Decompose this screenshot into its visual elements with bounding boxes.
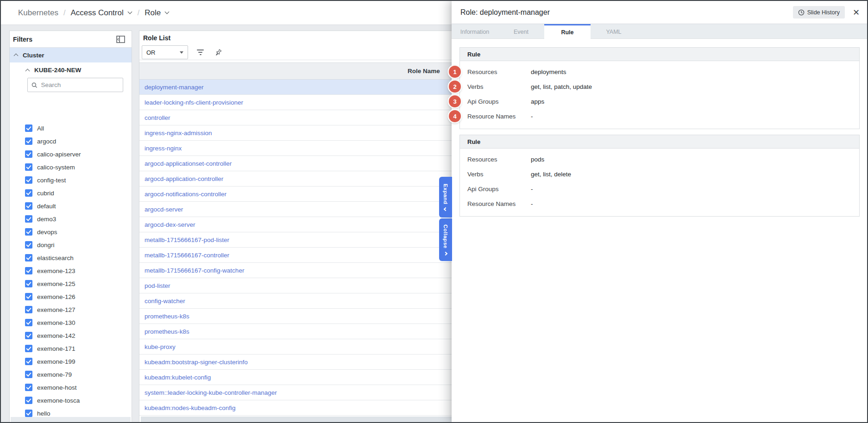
namespace-list-item[interactable]: exemone-126 <box>10 290 132 303</box>
drawer-title: Role: deployment-manager <box>460 8 793 17</box>
filter-operator-select[interactable]: OR <box>142 45 188 59</box>
rule-field-label: Resources <box>467 156 531 163</box>
breadcrumb: Kubernetes / Access Control / Role <box>18 8 170 18</box>
breadcrumb-page-dropdown[interactable]: Role <box>145 8 170 18</box>
namespace-list-item[interactable]: exemone-host <box>10 381 132 394</box>
checkbox-checked-icon[interactable] <box>25 332 32 339</box>
namespace-list-item[interactable]: exemone-130 <box>10 316 132 329</box>
namespace-label: exemone-79 <box>37 371 72 378</box>
checkbox-checked-icon[interactable] <box>25 189 32 197</box>
role-name-link[interactable]: metallb-1715666167-pod-lister <box>145 236 229 243</box>
drawer-tab[interactable]: Information <box>452 24 498 38</box>
chevron-left-icon <box>444 207 447 211</box>
namespace-list-item[interactable]: exemone-127 <box>10 303 132 316</box>
namespace-list-item[interactable]: exemone-tosca <box>10 394 132 407</box>
checkbox-checked-icon[interactable] <box>25 397 32 404</box>
role-name-link[interactable]: ingress-nginx <box>145 145 182 152</box>
role-name-link[interactable]: argocd-dex-server <box>145 221 195 228</box>
role-name-link[interactable]: deployment-manager <box>145 84 204 91</box>
namespace-list-item[interactable]: calico-system <box>10 161 132 174</box>
role-name-link[interactable]: controller <box>145 114 170 121</box>
namespace-list-item[interactable]: exemone-142 <box>10 329 132 342</box>
drawer-tab[interactable]: Rule <box>544 24 591 39</box>
namespace-label: exemone-127 <box>37 306 75 313</box>
sidebar-horizontal-scrollbar[interactable] <box>11 417 131 422</box>
checkbox-checked-icon[interactable] <box>25 124 32 132</box>
role-name-link[interactable]: prometheus-k8s <box>145 328 189 335</box>
slide-history-button[interactable]: Slide History <box>793 6 845 19</box>
role-name-link[interactable]: argocd-applicationset-controller <box>145 160 232 167</box>
role-name-link[interactable]: config-watcher <box>145 298 185 305</box>
collapse-panel-icon[interactable] <box>116 36 125 43</box>
checkbox-checked-icon[interactable] <box>25 137 32 145</box>
drawer-tab[interactable]: YAML <box>591 24 637 38</box>
role-name-link[interactable]: kubeadm:kubelet-config <box>145 374 211 381</box>
role-name-link[interactable]: prometheus-k8s <box>145 313 189 320</box>
role-name-link[interactable]: system::leader-locking-kube-controller-m… <box>145 389 277 396</box>
annotation-number-badge: 1 <box>449 66 461 78</box>
checkbox-checked-icon[interactable] <box>25 410 32 417</box>
role-name-link[interactable]: pod-lister <box>145 282 170 289</box>
namespace-list-item[interactable]: exemone-199 <box>10 355 132 368</box>
role-name-link[interactable]: kubeadm:nodes-kubeadm-config <box>145 404 236 411</box>
namespace-list-item[interactable]: exemone-123 <box>10 264 132 277</box>
slide-history-label: Slide History <box>807 9 840 16</box>
role-name-link[interactable]: ingress-nginx-admission <box>145 130 212 137</box>
checkbox-checked-icon[interactable] <box>25 371 32 378</box>
checkbox-checked-icon[interactable] <box>25 228 32 236</box>
namespace-list-item[interactable]: elasticsearch <box>10 251 132 264</box>
collapse-panel-button[interactable]: Collapse <box>439 218 452 261</box>
clock-icon <box>798 9 805 16</box>
namespace-list-item[interactable]: calico-apiserver <box>10 148 132 161</box>
checkbox-checked-icon[interactable] <box>25 267 32 274</box>
role-name-link[interactable]: metallb-1715666167-controller <box>145 252 229 259</box>
checkbox-checked-icon[interactable] <box>25 358 32 365</box>
checkbox-checked-icon[interactable] <box>25 163 32 171</box>
checkbox-checked-icon[interactable] <box>25 254 32 261</box>
namespace-list-item[interactable]: argocd <box>10 135 132 148</box>
checkbox-checked-icon[interactable] <box>25 215 32 223</box>
role-name-link[interactable]: kube-proxy <box>145 343 176 350</box>
role-name-link[interactable]: argocd-server <box>145 206 183 213</box>
namespace-list-item[interactable]: devops <box>10 225 132 238</box>
checkbox-checked-icon[interactable] <box>25 150 32 158</box>
namespace-label: exemone-171 <box>37 345 75 352</box>
tree-group-cluster[interactable]: Cluster <box>10 48 132 62</box>
checkbox-checked-icon[interactable] <box>25 280 32 287</box>
breadcrumb-page-label: Role <box>145 8 161 18</box>
namespace-label: exemone-host <box>37 384 77 391</box>
cluster-name-label: KUBE-240-NEW <box>34 67 81 74</box>
checkbox-checked-icon[interactable] <box>25 176 32 184</box>
namespace-list-item[interactable]: exemone-79 <box>10 368 132 381</box>
checkbox-checked-icon[interactable] <box>25 306 32 313</box>
breadcrumb-root[interactable]: Kubernetes <box>18 8 58 18</box>
namespace-list-item[interactable]: hello <box>10 407 132 417</box>
namespace-list-item[interactable]: config-test <box>10 174 132 187</box>
namespace-list-item[interactable]: All <box>10 122 132 135</box>
namespace-list-item[interactable]: exemone-125 <box>10 277 132 290</box>
expand-panel-button[interactable]: Expand <box>439 177 452 218</box>
role-name-link[interactable]: leader-locking-nfs-client-provisioner <box>145 99 243 106</box>
namespace-list-item[interactable]: demo3 <box>10 212 132 225</box>
drawer-tab[interactable]: Event <box>498 24 544 38</box>
role-name-link[interactable]: metallb-1715666167-config-watcher <box>145 267 244 274</box>
filter-icon[interactable] <box>195 48 205 56</box>
checkbox-checked-icon[interactable] <box>25 319 32 326</box>
checkbox-checked-icon[interactable] <box>25 202 32 210</box>
breadcrumb-section-dropdown[interactable]: Access Control <box>70 8 132 18</box>
pin-icon[interactable] <box>214 49 222 56</box>
role-name-link[interactable]: argocd-notifications-controller <box>145 191 226 198</box>
namespace-list-item[interactable]: cubrid <box>10 187 132 199</box>
checkbox-checked-icon[interactable] <box>25 384 32 391</box>
role-name-link[interactable]: argocd-application-controller <box>145 175 223 182</box>
namespace-list-item[interactable]: exemone-171 <box>10 342 132 355</box>
checkbox-checked-icon[interactable] <box>25 345 32 352</box>
namespace-list-item[interactable]: default <box>10 199 132 212</box>
tree-node-cluster-name[interactable]: KUBE-240-NEW <box>10 62 132 78</box>
checkbox-checked-icon[interactable] <box>25 293 32 300</box>
namespace-list-item[interactable]: dongri <box>10 238 132 251</box>
role-name-link[interactable]: kubeadm:bootstrap-signer-clusterinfo <box>145 359 248 366</box>
close-icon[interactable]: ✕ <box>852 7 861 18</box>
search-input[interactable] <box>41 81 119 88</box>
checkbox-checked-icon[interactable] <box>25 241 32 249</box>
